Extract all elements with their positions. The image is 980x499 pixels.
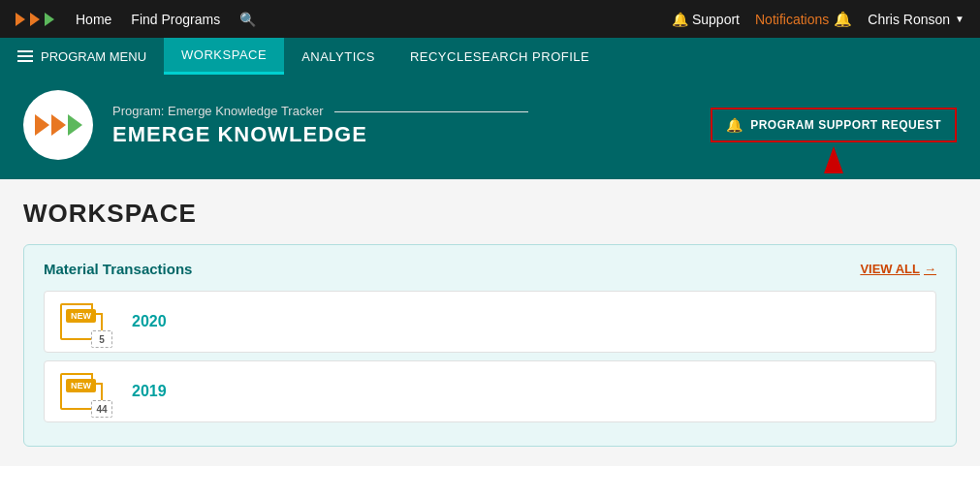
top-nav-right: 🔔 Support Notifications 🔔 Chris Ronson ▼: [672, 11, 964, 28]
new-badge: NEW: [66, 309, 96, 323]
notifications-button[interactable]: Notifications 🔔: [755, 11, 852, 28]
program-logo: [23, 90, 93, 160]
program-divider-line: [334, 111, 528, 112]
home-link[interactable]: Home: [76, 12, 111, 27]
red-arrow-up-icon: [824, 146, 843, 173]
arrow-right-icon: →: [924, 262, 936, 276]
logo-arrows: [35, 114, 82, 136]
count-badge: 5: [91, 330, 112, 348]
transaction-badge-container: NEW 5: [60, 303, 103, 340]
secondary-nav: PROGRAM MENU WORKSPACE ANALYTICS RECYCLE…: [0, 38, 980, 75]
user-menu[interactable]: Chris Ronson ▼: [868, 12, 964, 27]
transaction-item[interactable]: NEW 44 2019: [44, 360, 936, 422]
program-header: Program: Emerge Knowledge Tracker EMERGE…: [0, 75, 980, 179]
logo-arrow-2: [30, 13, 40, 26]
program-header-left: Program: Emerge Knowledge Tracker EMERGE…: [23, 90, 528, 160]
top-nav-left: Home Find Programs 🔍: [16, 12, 256, 27]
support-request-bell-icon: 🔔: [726, 117, 743, 133]
tab-recyclesearch-profile[interactable]: RECYCLESEARCH PROFILE: [393, 38, 607, 75]
secondary-nav-tabs: WORKSPACE ANALYTICS RECYCLESEARCH PROFIL…: [164, 38, 607, 75]
material-transactions-card: Material Transactions VIEW ALL → NEW 5 2…: [23, 244, 957, 447]
program-name: EMERGE KNOWLEDGE: [112, 122, 528, 147]
new-badge: NEW: [66, 379, 96, 392]
chevron-down-icon: ▼: [955, 14, 964, 24]
program-subtitle: Program: Emerge Knowledge Tracker: [112, 104, 528, 118]
top-nav: Home Find Programs 🔍 🔔 Support Notificat…: [0, 0, 980, 38]
workspace-content: WORKSPACE Material Transactions VIEW ALL…: [0, 179, 980, 466]
transaction-badge-container: NEW 44: [60, 373, 103, 410]
program-info: Program: Emerge Knowledge Tracker EMERGE…: [112, 104, 528, 147]
workspace-title: WORKSPACE: [23, 199, 957, 229]
support-link[interactable]: 🔔 Support: [672, 12, 740, 27]
program-support-request-button[interactable]: 🔔 PROGRAM SUPPORT REQUEST: [711, 108, 957, 142]
transaction-year: 2020: [132, 313, 167, 330]
search-icon[interactable]: 🔍: [239, 12, 256, 27]
logo-arrow-orange-1: [35, 114, 49, 136]
arrow-annotation: [824, 146, 843, 173]
card-title: Material Transactions: [44, 261, 192, 277]
card-header: Material Transactions VIEW ALL →: [44, 261, 936, 277]
logo-arrow-green: [68, 114, 82, 136]
tab-workspace[interactable]: WORKSPACE: [164, 38, 284, 75]
support-bell-icon: 🔔: [672, 12, 688, 27]
logo-arrow-1: [16, 13, 25, 26]
find-programs-link[interactable]: Find Programs: [131, 12, 220, 27]
logo: [16, 13, 56, 26]
logo-arrow-orange-2: [51, 114, 66, 136]
tab-analytics[interactable]: ANALYTICS: [284, 38, 393, 75]
count-badge: 44: [91, 400, 112, 418]
transaction-year: 2019: [132, 383, 167, 400]
view-all-button[interactable]: VIEW ALL →: [860, 262, 936, 276]
transaction-item[interactable]: NEW 5 2020: [44, 291, 936, 353]
logo-arrow-3: [45, 13, 54, 26]
support-btn-container: 🔔 PROGRAM SUPPORT REQUEST: [711, 108, 957, 142]
hamburger-icon: [17, 50, 33, 62]
program-menu-button[interactable]: PROGRAM MENU: [0, 38, 164, 75]
notifications-bell-icon: 🔔: [834, 11, 852, 28]
